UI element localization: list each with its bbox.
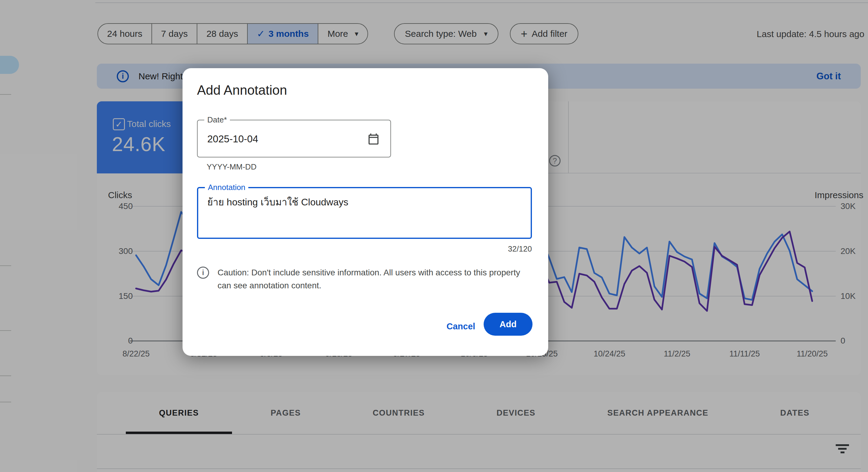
dialog-title: Add Annotation — [197, 83, 287, 98]
annotation-field-label: Annotation — [205, 183, 248, 192]
cancel-button[interactable]: Cancel — [437, 316, 484, 337]
annotation-input[interactable]: ย้าย hosting เว็บมาใช้ Cloudways — [207, 194, 522, 234]
caution-text: Caution: Don't include sensitive informa… — [218, 266, 528, 292]
annotation-field: Annotation ย้าย hosting เว็บมาใช้ Cloudw… — [197, 187, 532, 239]
char-counter: 32/120 — [197, 244, 532, 254]
caution-note: i Caution: Don't include sensitive infor… — [197, 266, 535, 292]
add-annotation-dialog: Add Annotation Date* YYYY-MM-DD Annotati… — [183, 68, 548, 356]
calendar-icon[interactable] — [367, 132, 380, 146]
date-field: Date* — [197, 120, 391, 157]
info-icon: i — [197, 266, 209, 279]
date-input[interactable] — [207, 120, 341, 157]
add-button[interactable]: Add — [484, 313, 532, 336]
search-console-performance-page: 24 hours 7 days 28 days ✓ 3 months More … — [0, 0, 868, 472]
date-format-helper: YYYY-MM-DD — [207, 162, 256, 171]
